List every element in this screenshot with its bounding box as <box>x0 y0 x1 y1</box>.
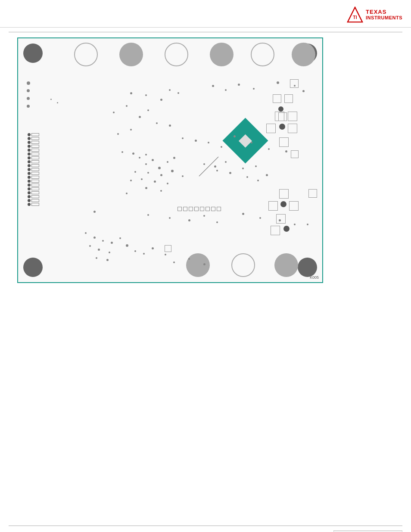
scatter-dot <box>145 94 147 96</box>
scatter-dot <box>119 237 121 239</box>
scatter-dot <box>141 178 143 180</box>
scatter-dot <box>173 261 175 263</box>
scatter-dot <box>203 263 206 265</box>
comp-group-r-top <box>271 94 296 120</box>
left-col-dot-4 <box>27 105 30 108</box>
bottom-circle-2 <box>231 253 255 277</box>
scatter-dot <box>165 254 166 255</box>
comp-group-r-far <box>308 189 317 198</box>
ti-logo: TI TEXAS INSTRUMENTS <box>347 6 402 23</box>
scatter-dot <box>188 219 190 221</box>
top-circle-1 <box>74 43 98 66</box>
ti-logo-text: TEXAS INSTRUMENTS <box>366 9 402 20</box>
scatter-dot <box>182 175 184 177</box>
scatter-dot <box>277 81 279 84</box>
scatter-dot <box>126 193 128 194</box>
scatter-dot <box>203 215 205 217</box>
scatter-dot <box>251 142 252 143</box>
comp-group-r-mid <box>268 189 299 228</box>
comp-solo-rt <box>290 79 299 88</box>
scatter-dot <box>139 157 140 159</box>
scatter-dot <box>279 219 281 221</box>
scatter-dot <box>147 214 149 216</box>
left-pin-connectors <box>28 133 39 206</box>
scatter-dot <box>266 174 268 176</box>
scatter-dot <box>130 129 132 131</box>
scatter-dot <box>257 180 259 181</box>
top-circle-5 <box>251 43 274 66</box>
teal-ic-chip <box>222 118 268 163</box>
top-circle-2 <box>119 43 143 66</box>
scatter-dot <box>160 99 162 101</box>
scatter-dot <box>171 170 174 172</box>
scatter-dot <box>147 109 149 111</box>
scatter-dot <box>134 171 136 173</box>
scatter-dot <box>294 224 296 225</box>
bottom-circle-3 <box>274 253 298 277</box>
scatter-dot <box>253 88 255 90</box>
scatter-dot <box>285 150 287 152</box>
svg-line-2 <box>199 157 218 176</box>
scatter-dot <box>111 242 113 244</box>
connector-row <box>177 207 221 211</box>
board-trace <box>195 155 229 180</box>
scatter-dot <box>102 240 104 242</box>
scatter-dot <box>294 85 296 87</box>
svg-text:TI: TI <box>353 15 357 20</box>
corner-circle-tl <box>23 44 43 63</box>
scatter-dot <box>177 92 179 94</box>
scatter-dot <box>225 89 227 91</box>
scatter-dot <box>126 105 128 107</box>
scatter-dot <box>50 99 52 100</box>
scatter-dot <box>246 176 248 178</box>
scatter-dot <box>182 137 184 139</box>
scatter-dot <box>229 172 231 174</box>
scatter-dot <box>57 102 58 103</box>
scatter-dot <box>143 253 145 255</box>
scatter-dot <box>195 140 197 142</box>
top-circle-3 <box>165 43 188 66</box>
scatter-dot <box>208 142 209 143</box>
scatter-dot <box>158 167 161 169</box>
comp-solo-rm <box>291 150 299 158</box>
scatter-dot <box>130 92 132 94</box>
scatter-dot <box>109 252 110 253</box>
scatter-dot <box>221 146 222 148</box>
left-col-dot-1 <box>27 81 30 85</box>
scatter-dot <box>85 232 87 234</box>
scatter-dot <box>188 258 190 260</box>
board-label: K005 <box>310 275 319 280</box>
scatter-dot <box>302 90 305 92</box>
scatter-dot <box>238 84 240 86</box>
top-circle-6 <box>292 43 315 66</box>
board-sub-label <box>9 285 402 289</box>
scatter-dot <box>169 89 171 91</box>
scatter-dot <box>145 154 147 156</box>
scatter-dot <box>139 116 141 118</box>
scatter-dot <box>242 168 244 169</box>
header: TI TEXAS INSTRUMENTS <box>0 0 411 28</box>
texas-label: TEXAS <box>366 9 402 15</box>
scatter-dot <box>154 180 156 183</box>
scatter-dot <box>173 157 175 159</box>
comp-solo-bm <box>165 245 171 252</box>
bottom-section <box>9 526 402 532</box>
scatter-dot <box>121 151 123 153</box>
scatter-dot <box>93 211 96 213</box>
scatter-dot <box>106 259 109 261</box>
scatter-dot <box>268 148 270 150</box>
scatter-dot <box>89 245 91 247</box>
scatter-dot <box>212 85 214 87</box>
scatter-dot <box>167 161 168 163</box>
scatter-dot <box>132 152 134 155</box>
bottom-bar <box>333 530 402 532</box>
teal-chip-center <box>239 134 252 147</box>
scatter-dot <box>216 221 218 223</box>
scatter-dot <box>160 174 162 176</box>
scatter-dot <box>259 217 261 219</box>
scatter-dot <box>156 122 158 124</box>
scatter-dot <box>242 213 244 215</box>
scatter-dot <box>134 250 136 252</box>
top-circle-4 <box>210 43 234 66</box>
scatter-dot <box>160 190 162 192</box>
